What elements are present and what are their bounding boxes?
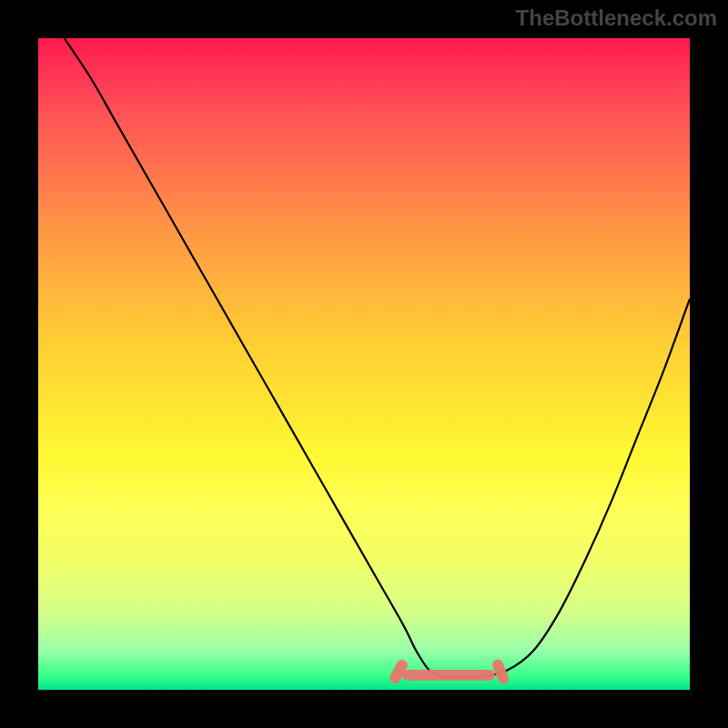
watermark-text: TheBottleneck.com xyxy=(516,5,717,31)
chart-plot-area xyxy=(38,38,690,690)
optimal-range-highlight xyxy=(402,670,496,681)
chart-curve-svg xyxy=(38,38,690,690)
bottleneck-curve xyxy=(65,38,690,677)
